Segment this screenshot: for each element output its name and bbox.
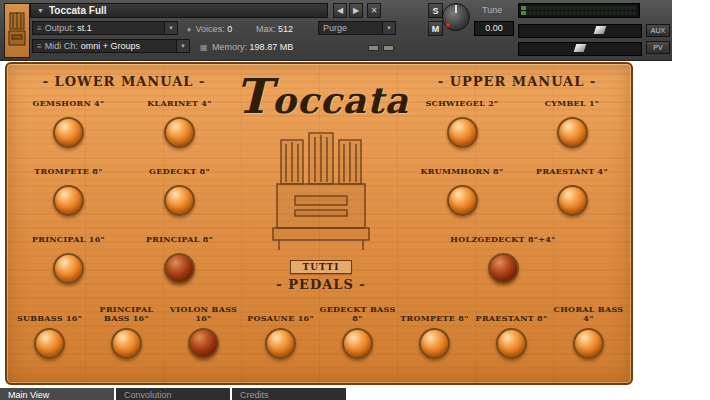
tab-convolution[interactable]: Convolution [116, 388, 232, 400]
stop-label: CHORAL BASS 4" [550, 302, 627, 324]
output-select[interactable]: ≡ Output: st.1 ▼ [32, 21, 178, 35]
organ-illustration [235, 130, 407, 256]
stop-knob-trompete-8-pedal[interactable] [419, 328, 450, 359]
upper-manual-section: - UPPER MANUAL - SCHWIEGEL 2" CYMBEL 1" … [407, 68, 627, 293]
instrument-panel: - LOWER MANUAL - GEMSHORN 4" KLARINET 4"… [5, 62, 633, 385]
stop-knob-cymbel-1[interactable] [557, 117, 588, 148]
stop-knob-choral-bass-4[interactable] [573, 328, 604, 359]
instrument-icon[interactable] [4, 3, 30, 58]
stop-knob-gedeckt-8[interactable] [164, 185, 195, 216]
aux-button[interactable]: aux [646, 24, 670, 37]
stop-choral-bass-4: CHORAL BASS 4" [550, 302, 627, 378]
mute-button[interactable]: M [428, 21, 443, 36]
midi-channel-select[interactable]: ≡ Midi Ch: omni + Groups ▼ [32, 39, 190, 53]
solo-button[interactable]: S [428, 3, 443, 18]
memory-label: Memory: [212, 42, 247, 52]
pedals-title: - PEDALS - [235, 277, 407, 292]
stop-posaune-16: POSAUNE 16" [242, 302, 319, 378]
volume-slider-handle[interactable] [593, 26, 606, 34]
organ-thumbnail-icon [8, 9, 26, 53]
stop-label: PRINCIPAL BASS 16" [88, 302, 165, 324]
stop-knob-principal-8[interactable] [164, 253, 195, 284]
stop-knob-trompete-8-lower[interactable] [53, 185, 84, 216]
stop-principal-16: PRINCIPAL 16" [13, 235, 124, 293]
stop-label: VIOLON BASS 16" [165, 302, 242, 324]
stop-label: POSAUNE 16" [247, 302, 314, 324]
pv-button[interactable]: PV [646, 41, 670, 54]
meter-left [521, 6, 637, 10]
purge-dropdown-icon[interactable]: ▼ [382, 22, 395, 34]
stop-label: PRINCIPAL 8" [146, 235, 213, 246]
stop-subbass-16: SUBBASS 16" [11, 302, 88, 378]
stop-label: CYMBEL 1" [545, 99, 600, 110]
next-instrument-button[interactable]: ▶ [349, 3, 363, 18]
stop-label: KRUMMHORN 8" [421, 167, 504, 178]
meter-right [521, 11, 637, 15]
tune-knob[interactable] [442, 3, 470, 31]
prev-instrument-button[interactable]: ◀ [333, 3, 347, 18]
stop-knob-subbass-16[interactable] [34, 328, 65, 359]
stop-knob-schwiegel-2[interactable] [447, 117, 478, 148]
stop-knob-posaune-16[interactable] [265, 328, 296, 359]
stop-label: PRAESTANT 8" [476, 302, 548, 324]
stop-knob-violon-bass-16[interactable] [188, 328, 219, 359]
stop-knob-holzgedeckt-8-4[interactable] [488, 253, 519, 284]
stop-label: TROMPETE 8" [34, 167, 102, 178]
midi-label: Midi Ch: [45, 41, 78, 51]
stop-knob-praestant-8[interactable] [496, 328, 527, 359]
view-tabs: Main View Convolution Credits [0, 388, 348, 400]
stop-principal-8: PRINCIPAL 8" [124, 235, 235, 293]
center-column: Toccata [235, 72, 407, 292]
output-icon: ≡ [37, 24, 42, 33]
max-voices-readout: Max: 512 [256, 24, 293, 34]
memory-icon: ▦ [200, 43, 208, 52]
purge-menu[interactable]: Purge ▼ [318, 21, 396, 35]
pedals-section: SUBBASS 16" PRINCIPAL BASS 16" VIOLON BA… [11, 302, 627, 378]
stop-knob-principal-16[interactable] [53, 253, 84, 284]
tune-label: Tune [482, 5, 502, 15]
tab-main-view[interactable]: Main View [0, 388, 116, 400]
stop-knob-klarinet-4[interactable] [164, 117, 195, 148]
stop-knob-krummhorn-8[interactable] [447, 185, 478, 216]
volume-slider[interactable] [518, 24, 642, 38]
stop-knob-praestant-4[interactable] [557, 185, 588, 216]
memory-readout: ▦ Memory: 198.87 MB [200, 42, 293, 52]
purge-label: Purge [323, 23, 347, 33]
midi-value: omni + Groups [81, 41, 140, 51]
stop-label: PRAESTANT 4" [536, 167, 608, 178]
stop-trompete-8-lower: TROMPETE 8" [13, 167, 124, 225]
stop-gemshorn-4: GEMSHORN 4" [13, 99, 124, 157]
output-level-meters [518, 3, 640, 18]
stop-label: GEDECKT 8" [149, 167, 210, 178]
tune-value[interactable]: 0.00 [474, 21, 514, 36]
tutti-button[interactable]: TUTTI [290, 260, 353, 274]
voices-icon: ♦ [187, 25, 191, 34]
stop-principal-bass-16: PRINCIPAL BASS 16" [88, 302, 165, 378]
tab-credits[interactable]: Credits [232, 388, 348, 400]
stop-trompete-8-pedal: TROMPETE 8" [396, 302, 473, 378]
close-instrument-button[interactable]: ✕ [367, 3, 381, 18]
kontakt-instrument-window: ▼ Toccata Full ◀ ▶ ✕ S M Tune 0.00 ≡ Out… [0, 0, 710, 400]
midi-icon: ≡ [37, 42, 42, 51]
instrument-title-bar[interactable]: ▼ Toccata Full [30, 3, 328, 18]
stop-label: KLARINET 4" [147, 99, 211, 110]
midi-dropdown-icon[interactable]: ▼ [176, 40, 189, 52]
stop-praestant-8: PRAESTANT 8" [473, 302, 550, 378]
stop-label: HOLZGEDECKT 8"+4" [450, 235, 555, 246]
stop-knob-gemshorn-4[interactable] [53, 117, 84, 148]
voices-value: 0 [227, 24, 232, 34]
memory-value: 198.87 MB [250, 42, 294, 52]
stop-knob-gedeckt-bass-8[interactable] [342, 328, 373, 359]
stop-label: GEMSHORN 4" [33, 99, 105, 110]
stop-knob-principal-bass-16[interactable] [111, 328, 142, 359]
pan-slider-handle[interactable] [574, 44, 587, 52]
lower-manual-title: - LOWER MANUAL - [13, 74, 235, 89]
collapse-icon[interactable]: ▼ [37, 7, 44, 14]
stop-gedeckt-bass-8: GEDECKT BASS 8" [319, 302, 396, 378]
instrument-header: ▼ Toccata Full ◀ ▶ ✕ S M Tune 0.00 ≡ Out… [0, 0, 672, 61]
output-dropdown-icon[interactable]: ▼ [164, 22, 177, 34]
pan-slider[interactable] [518, 42, 642, 56]
stop-krummhorn-8: KRUMMHORN 8" [407, 167, 517, 225]
stop-klarinet-4: KLARINET 4" [124, 99, 235, 157]
stop-label: SUBBASS 16" [17, 302, 82, 324]
